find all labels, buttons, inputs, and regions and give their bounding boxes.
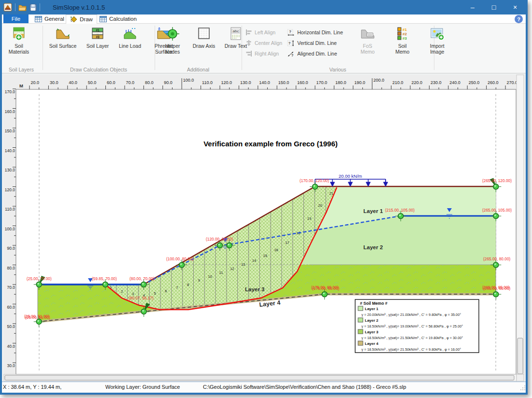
helper-nodes-icon <box>165 26 180 42</box>
resize-grip[interactable] <box>520 385 526 391</box>
help-button[interactable]: ? <box>515 15 523 23</box>
ruler-tick-label: 240.0 <box>449 80 460 85</box>
right-align-button[interactable]: Right Align <box>245 50 282 57</box>
slice-number: 6 <box>165 289 167 293</box>
vertical-dim-line-button[interactable]: ? Vertical Dim. Line <box>287 39 343 47</box>
ruler-tick-label: 70.0 <box>7 285 15 290</box>
memo-layer-properties: γ = 18.50kN/m³ , γ(sat)= 21.50kN/m³ , C'… <box>361 336 463 340</box>
ruler-tick-label: 70.0 <box>126 80 135 85</box>
svg-text:#3: #3 <box>403 36 407 41</box>
button-label: Right Align <box>255 51 279 57</box>
memo-swatch <box>358 318 363 322</box>
button-label: Soil Layer <box>86 43 109 49</box>
vertical-scrollbar-thumb[interactable] <box>518 338 523 374</box>
soil-memo-box[interactable]: # Soil Memo # Layer 1γ = 20.00kN/m³ , γ(… <box>355 299 479 353</box>
soil-surface-icon <box>55 26 71 42</box>
soil-layer-icon: #1 ... #3 <box>90 26 105 42</box>
screen: SimSlope v.1.0.1.5 – □ × File General Dr… <box>0 0 532 398</box>
node-coordinate-label: (170.00, 120.00) <box>300 178 329 183</box>
ruler-tick-label: 110.0 <box>202 80 213 85</box>
layer1-label: Layer 1 <box>363 208 383 214</box>
left-align-button[interactable]: Left Align <box>245 28 282 36</box>
button-label: Vertical Dim. Line <box>297 40 337 46</box>
align-column: Left Align Center Align Right Align <box>245 25 282 57</box>
svg-text:#1: #1 <box>96 28 100 32</box>
ruler-tick-label: 80.0 <box>145 80 154 85</box>
button-label: Image <box>430 49 444 55</box>
memo-swatch <box>358 341 363 345</box>
tab-file[interactable]: File <box>3 14 29 23</box>
tab-general[interactable]: General <box>31 14 68 23</box>
slice-number: 7 <box>176 285 178 290</box>
button-label: Horizontal Dim. Line <box>297 29 343 35</box>
soil-surface-button[interactable]: Soil Surface <box>45 25 81 55</box>
minimize-button[interactable]: – <box>462 0 483 14</box>
tab-calculation[interactable]: Calculation <box>96 14 141 23</box>
button-label: Line Load <box>119 43 141 49</box>
ruler-tick-label: 220.0 <box>412 80 423 85</box>
node-coordinate-label: (120.00, 90.00) <box>206 237 233 242</box>
tab-draw-label: Draw <box>80 16 93 22</box>
ruler-tick-label: 120.0 <box>221 80 232 85</box>
button-label: FoS <box>363 43 372 49</box>
right-align-icon <box>245 50 252 57</box>
left-align-icon <box>245 29 252 36</box>
button-label: Draw Text <box>225 43 247 49</box>
svg-text:?: ? <box>289 29 291 34</box>
center-align-button[interactable]: Center Align <box>245 39 282 47</box>
ruler-tick-label: 40.0 <box>7 344 15 349</box>
window-title: SimSlope v.1.0.1.5 <box>53 4 105 11</box>
ruler-tick-label: 60.0 <box>107 80 115 85</box>
ruler-tick-label: 190.0 <box>354 80 365 85</box>
maximize-button[interactable]: □ <box>483 0 504 14</box>
soil-memo-button[interactable]: #1 #2 #3 Soil Memo <box>388 25 417 57</box>
node-coordinate-label: (215.00, 105.00) <box>385 208 415 213</box>
slice-number: 12 <box>230 267 234 271</box>
slice-number: 14 <box>252 258 256 263</box>
svg-text:abc: abc <box>233 29 239 33</box>
dimension-column: ? Horizontal Dim. Line ? Vertical Dim. L… <box>287 25 343 57</box>
draw-axis-icon <box>196 26 212 42</box>
group-caption: Draw Calculation Objects <box>43 67 155 72</box>
soil-layer-button[interactable]: #1 ... #3 Soil Layer <box>82 25 114 55</box>
open-file-icon[interactable] <box>18 4 27 11</box>
draw-tab-icon <box>70 16 77 23</box>
import-image-button[interactable]: Import Image <box>422 25 452 57</box>
line-load-button[interactable]: Line Load <box>115 25 145 55</box>
horizontal-scrollbar-thumb[interactable] <box>5 375 514 380</box>
button-label: Aligned Dim. Line <box>297 51 337 57</box>
app-icon[interactable] <box>3 3 12 12</box>
ruler-tick-label: 140.0 <box>259 80 270 85</box>
helper-nodes-button[interactable]: Helper Nodes <box>158 25 187 55</box>
memo-swatch <box>358 329 363 334</box>
soil-memo-title: # Soil Memo # <box>360 301 388 306</box>
tab-draw[interactable]: Draw <box>66 14 97 24</box>
node-coordinate-label: (265.00, 80.00) <box>483 256 511 261</box>
button-label: Memo <box>395 49 409 55</box>
horizontal-dim-line-button[interactable]: ? Horizontal Dim. Line <box>287 28 343 36</box>
ruler-tick-label: 20.0 <box>31 80 40 85</box>
button-label: Helper <box>165 43 180 49</box>
svg-text:...: ... <box>96 32 99 35</box>
close-button[interactable]: × <box>504 0 526 14</box>
slice-number: 15 <box>263 254 267 258</box>
tab-calculation-label: Calculation <box>109 16 137 22</box>
fos-memo-button[interactable]: FoS Memo <box>353 25 383 57</box>
layer2-label: Layer 2 <box>363 244 383 250</box>
ruler-tick-label: 60.0 <box>7 305 15 310</box>
vertical-ruler <box>4 75 16 374</box>
aligned-dim-icon: ? <box>287 50 295 57</box>
horizontal-dim-icon: ? <box>287 29 295 36</box>
node-coordinate-label: (265.00, 105.00) <box>482 208 512 213</box>
vertical-scrollbar[interactable] <box>517 75 524 374</box>
ruler-tick-label: 50.0 <box>88 80 97 85</box>
save-icon[interactable] <box>29 4 37 11</box>
node-coordinate-label: (100.00, 80.00) <box>166 256 194 261</box>
window-border-left <box>0 0 2 395</box>
draw-axis-button[interactable]: Draw Axis <box>188 25 219 55</box>
svg-text:#3: #3 <box>96 35 100 39</box>
aligned-dim-line-button[interactable]: ? Aligned Dim. Line <box>287 50 343 57</box>
ruler-tick-label: 200.0 <box>374 78 385 83</box>
soil-materials-button[interactable]: Soil Materials <box>4 25 34 55</box>
window-border-right <box>526 0 528 395</box>
